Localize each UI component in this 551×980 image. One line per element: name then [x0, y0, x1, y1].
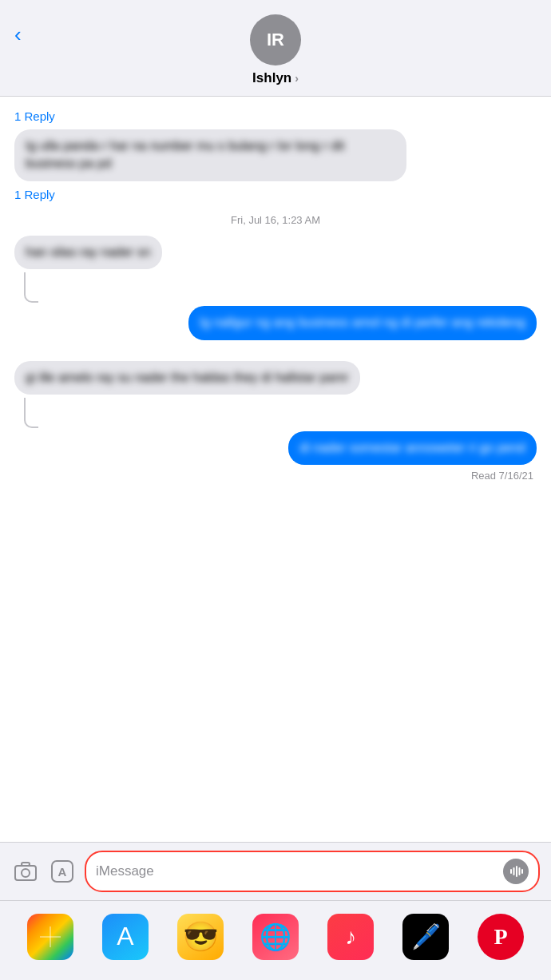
imessage-input-container[interactable]: iMessage	[85, 851, 540, 892]
blurred-content-received-2: gi ille amelo ray su nader the haldas th…	[26, 369, 349, 387]
blurred-content-blue-1: Ig nallgur ng ang business amol ng di pe…	[200, 314, 525, 331]
reply-link-1[interactable]: 1 Reply	[0, 106, 551, 126]
blurred-content-short: han silas ray nader sn	[26, 244, 151, 261]
read-receipt: Read 7/16/21	[0, 468, 551, 488]
chevron-icon: ›	[295, 72, 299, 85]
bubble-sent-2: di nader somestar annoweter ri go pend	[288, 431, 537, 465]
bubble-received-short: han silas ray nader sn	[14, 236, 162, 269]
blurred-content-1: Ig ulla panda r har na number mu s bulan…	[26, 137, 395, 173]
reply-link-2[interactable]: 1 Reply	[0, 184, 551, 204]
message-sent-1: Ig nallgur ng ang business amol ng di pe…	[0, 303, 551, 343]
svg-rect-2	[22, 863, 30, 866]
message-sent-2: di nader somestar annoweter ri go pend	[0, 428, 551, 468]
bubble-received-2: gi ille amelo ray su nader the haldas th…	[14, 361, 360, 395]
back-button[interactable]: ‹	[14, 22, 22, 47]
bubble-received-1: Ig ulla panda r har na number mu s bulan…	[14, 129, 406, 181]
blurred-content-blue-2: di nader somestar annoweter ri go pend	[299, 439, 525, 457]
message-received-short: han silas ray nader sn	[0, 232, 551, 272]
timestamp: Fri, Jul 16, 1:23 AM	[0, 204, 551, 232]
dock: A 😎 🌐 ♪ 🖊️ P	[0, 900, 551, 980]
contact-name[interactable]: Ishlyn ›	[252, 70, 299, 86]
dock-appstore[interactable]: A	[102, 914, 149, 960]
header: ‹ IR Ishlyn ›	[0, 0, 551, 97]
dock-memoji[interactable]: 😎	[177, 914, 224, 960]
svg-rect-7	[516, 866, 517, 877]
audio-record-button[interactable]	[503, 859, 529, 884]
svg-rect-5	[510, 869, 512, 874]
dock-browser[interactable]: 🌐	[252, 914, 299, 960]
svg-rect-9	[521, 869, 523, 874]
message-received-1: Ig ulla panda r har na number mu s bulan…	[0, 126, 551, 184]
camera-button[interactable]	[11, 857, 40, 886]
dock-music[interactable]: ♪	[327, 914, 374, 960]
input-bar: A iMessage	[0, 842, 551, 900]
bubble-sent-1: Ig nallgur ng ang business amol ng di pe…	[188, 306, 537, 339]
dock-clips[interactable]: 🖊️	[402, 914, 449, 960]
dock-photos[interactable]	[27, 914, 73, 960]
message-received-2: gi ille amelo ray su nader the haldas th…	[0, 358, 551, 398]
svg-rect-8	[519, 867, 521, 875]
svg-rect-6	[513, 867, 515, 875]
svg-point-1	[22, 869, 30, 877]
messages-area: 1 Reply Ig ulla panda r har na number mu…	[0, 97, 551, 863]
svg-rect-0	[15, 866, 36, 880]
avatar: IR	[250, 14, 301, 65]
svg-text:A: A	[58, 865, 67, 879]
dock-pinterest[interactable]: P	[478, 914, 524, 960]
imessage-placeholder: iMessage	[96, 863, 497, 879]
appstore-button[interactable]: A	[48, 857, 77, 886]
